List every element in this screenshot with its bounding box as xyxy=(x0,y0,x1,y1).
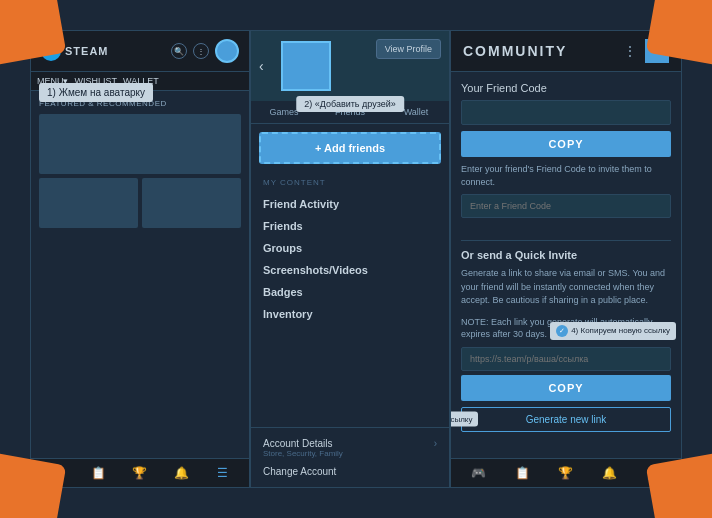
profile-popup: ‹ View Profile 2) «Добавить друзей» Game… xyxy=(250,30,450,488)
featured-img-1 xyxy=(39,178,138,228)
check-icon: ✓ xyxy=(556,325,568,337)
divider xyxy=(461,240,671,241)
change-account-title: Change Account xyxy=(263,466,437,477)
featured-section: FEATURED & RECOMMENDED xyxy=(31,91,249,236)
featured-img-main xyxy=(39,114,241,174)
avatar-tooltip: 1) Жмем на аватарку xyxy=(39,83,153,102)
screenshots-videos-item[interactable]: Screenshots/Videos xyxy=(263,259,437,281)
friend-code-section: Your Friend Code COPY Enter your friend'… xyxy=(461,82,671,228)
account-section: › Account Details Store, Security, Famil… xyxy=(251,427,449,487)
bottom-nav-menu-icon[interactable]: ☰ xyxy=(214,465,230,481)
quick-invite-title: Or send a Quick Invite xyxy=(461,249,671,261)
badges-item[interactable]: Badges xyxy=(263,281,437,303)
generate-link-button[interactable]: Generate new link xyxy=(461,407,671,432)
inventory-item[interactable]: Inventory xyxy=(263,303,437,325)
avatar[interactable] xyxy=(215,39,239,63)
generate-annotation: 3) Создаем новую ссылку xyxy=(451,412,478,427)
copy-invite-link-button[interactable]: COPY xyxy=(461,375,671,401)
back-arrow-icon[interactable]: ‹ xyxy=(259,58,264,74)
groups-item[interactable]: Groups xyxy=(263,237,437,259)
add-friends-button[interactable]: + Add friends xyxy=(259,132,441,164)
friend-code-input[interactable] xyxy=(461,100,671,125)
steam-logo-text: STEAM xyxy=(65,45,109,57)
community-bottom-library-icon[interactable]: 📋 xyxy=(514,465,530,481)
community-title: COMMUNITY xyxy=(463,43,567,59)
featured-img-2 xyxy=(142,178,241,228)
community-menu-icon[interactable]: ⋮ xyxy=(623,43,637,59)
my-content-section: MY CONTENT Friend Activity Friends Group… xyxy=(251,172,449,331)
my-content-label: MY CONTENT xyxy=(263,178,437,187)
copy-annotation-text: 4) Копируем новую ссылку xyxy=(571,326,670,335)
account-details-arrow: › xyxy=(434,438,437,449)
steam-panel: STEAM 🔍 ⋮ MENU▾ WISHLIST WALLET 1) Жмем … xyxy=(30,30,250,488)
friend-code-hint: Enter your friend's Friend Code to invit… xyxy=(461,163,671,188)
community-bottom-store-icon[interactable]: 🎮 xyxy=(471,465,487,481)
friend-activity-item[interactable]: Friend Activity xyxy=(263,193,437,215)
steam-header-icons: 🔍 ⋮ xyxy=(171,39,239,63)
search-icon[interactable]: 🔍 xyxy=(171,43,187,59)
community-panel: COMMUNITY ⋮ Your Friend Code COPY Enter … xyxy=(450,30,682,488)
steam-content: FEATURED & RECOMMENDED xyxy=(31,91,249,458)
featured-images xyxy=(39,114,241,228)
community-bottom-achievements-icon[interactable]: 🏆 xyxy=(558,465,574,481)
community-header: COMMUNITY ⋮ xyxy=(451,31,681,72)
add-friends-callout: 2) «Добавить друзей» xyxy=(296,96,404,112)
account-details-title: Account Details xyxy=(263,438,437,449)
community-content: Your Friend Code COPY Enter your friend'… xyxy=(451,72,681,458)
invite-link-input[interactable] xyxy=(461,347,671,371)
view-profile-button[interactable]: View Profile xyxy=(376,39,441,59)
account-details-sub: Store, Security, Family xyxy=(263,449,437,458)
more-options-icon[interactable]: ⋮ xyxy=(193,43,209,59)
community-bottom-notifications-icon[interactable]: 🔔 xyxy=(602,465,618,481)
copy-annotation: ✓ 4) Копируем новую ссылку xyxy=(550,322,676,340)
profile-avatar xyxy=(281,41,331,91)
profile-header: ‹ View Profile xyxy=(251,31,449,101)
generate-container: 3) Создаем новую ссылку Generate new lin… xyxy=(461,407,671,432)
quick-invite-section: Or send a Quick Invite Generate a link t… xyxy=(461,249,671,432)
enter-friend-code-input[interactable] xyxy=(461,194,671,218)
friend-code-title: Your Friend Code xyxy=(461,82,671,94)
change-account-item[interactable]: Change Account xyxy=(263,462,437,481)
quick-invite-desc: Generate a link to share via email or SM… xyxy=(461,267,671,308)
link-callout: ✓ 4) Копируем новую ссылку COPY xyxy=(461,347,671,407)
bottom-nav-achievements-icon[interactable]: 🏆 xyxy=(132,465,148,481)
copy-friend-code-button[interactable]: COPY xyxy=(461,131,671,157)
bottom-nav-notifications-icon[interactable]: 🔔 xyxy=(173,465,189,481)
account-details-item[interactable]: › Account Details Store, Security, Famil… xyxy=(263,434,437,462)
friends-item[interactable]: Friends xyxy=(263,215,437,237)
bottom-nav-library-icon[interactable]: 📋 xyxy=(91,465,107,481)
